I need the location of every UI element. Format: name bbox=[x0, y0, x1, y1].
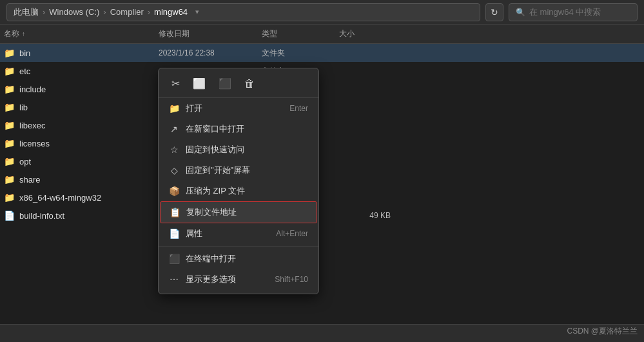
file-name: x86_64-w64-mingw32 bbox=[19, 193, 159, 203]
folder-icon: 📁 bbox=[4, 66, 15, 76]
context-menu-toolbar: ✂⬜⬛🗑 bbox=[159, 72, 318, 98]
file-name: opt bbox=[19, 157, 159, 166]
folder-icon: 📁 bbox=[4, 84, 15, 94]
open-terminal-label: 在终端中打开 bbox=[186, 253, 308, 265]
breadcrumb-mingw64: mingw64 bbox=[154, 7, 188, 17]
more-options-shortcut: Shift+F10 bbox=[275, 275, 308, 284]
copy-path-icon: 📋 bbox=[170, 207, 180, 217]
file-row[interactable]: 📁x86_64-w64-mingw32文件夹 bbox=[0, 188, 644, 206]
more-options-label: 显示更多选项 bbox=[186, 274, 268, 285]
file-size: 49 KB bbox=[339, 211, 391, 220]
ctx-item-compress-zip[interactable]: 📦压缩为 ZIP 文件 bbox=[159, 181, 318, 201]
copy-path-label: 复制文件地址 bbox=[186, 206, 307, 218]
pin-quick-access-icon: ☆ bbox=[169, 145, 179, 155]
properties-shortcut: Alt+Enter bbox=[276, 229, 308, 238]
more-options-icon: ⋯ bbox=[169, 274, 179, 285]
properties-label: 属性 bbox=[186, 228, 269, 239]
pin-start-icon: ◇ bbox=[169, 165, 179, 176]
file-row[interactable]: 📁bin2023/1/16 22:38文件夹 bbox=[0, 44, 644, 62]
open-icon: 📁 bbox=[169, 103, 179, 114]
file-name: lib bbox=[19, 103, 159, 112]
context-menu: ✂⬜⬛🗑 📁打开Enter↗在新窗口中打开☆固定到快速访问◇固定到"开始"屏幕📦… bbox=[158, 68, 319, 294]
file-list: 📁bin2023/1/16 22:38文件夹📁etc文件夹📁include文件夹… bbox=[0, 44, 644, 324]
delete-tool-button[interactable]: 🗑 bbox=[242, 77, 257, 91]
breadcrumb-this-pc[interactable]: 此电脑 bbox=[14, 6, 39, 18]
search-input[interactable] bbox=[529, 7, 620, 17]
folder-icon: 📁 bbox=[4, 120, 15, 130]
folder-icon: 📁 bbox=[4, 174, 15, 185]
properties-icon: 📄 bbox=[169, 228, 179, 239]
file-row[interactable]: 📁opt文件夹 bbox=[0, 152, 644, 170]
compress-zip-label: 压缩为 ZIP 文件 bbox=[186, 185, 308, 197]
breadcrumb[interactable]: 此电脑 › Windows (C:) › Complier › mingw64 … bbox=[6, 3, 480, 21]
breadcrumb-windows-c[interactable]: Windows (C:) bbox=[49, 7, 99, 17]
open-new-window-icon: ↗ bbox=[169, 124, 179, 134]
file-name: licenses bbox=[19, 139, 159, 148]
file-name: bin bbox=[19, 48, 159, 58]
file-row[interactable]: 📄build-info.txt文本文档49 KB bbox=[0, 206, 644, 225]
paste-tool-button[interactable]: ⬛ bbox=[216, 76, 234, 91]
file-date: 2023/1/16 22:38 bbox=[159, 48, 262, 57]
ctx-item-open[interactable]: 📁打开Enter bbox=[159, 98, 318, 119]
refresh-button[interactable]: ↻ bbox=[485, 3, 503, 21]
open-new-window-label: 在新窗口中打开 bbox=[186, 123, 308, 135]
open-label: 打开 bbox=[186, 103, 283, 114]
folder-icon: 📁 bbox=[4, 192, 15, 203]
context-menu-separator bbox=[159, 246, 318, 246]
file-type: 文件夹 bbox=[262, 48, 339, 59]
cut-tool-button[interactable]: ✂ bbox=[169, 76, 182, 91]
ctx-item-open-terminal[interactable]: ⬛在终端中打开 bbox=[159, 248, 318, 269]
col-header-name[interactable]: 名称 ↑ bbox=[4, 28, 159, 39]
col-header-size[interactable]: 大小 bbox=[339, 28, 391, 39]
file-row[interactable]: 📁libexec文件夹 bbox=[0, 116, 644, 134]
compress-zip-icon: 📦 bbox=[169, 186, 179, 196]
folder-icon: 📁 bbox=[4, 48, 15, 58]
file-name: libexec bbox=[19, 121, 159, 130]
ctx-item-pin-start[interactable]: ◇固定到"开始"屏幕 bbox=[159, 160, 318, 181]
title-bar: 此电脑 › Windows (C:) › Complier › mingw64 … bbox=[0, 0, 644, 25]
file-name: etc bbox=[19, 66, 159, 76]
ctx-item-more-options[interactable]: ⋯显示更多选项Shift+F10 bbox=[159, 269, 318, 290]
watermark: CSDN @夏洛特兰兰 bbox=[567, 326, 638, 337]
status-bar: CSDN @夏洛特兰兰 bbox=[0, 324, 644, 342]
file-row[interactable]: 📁share文件夹 bbox=[0, 170, 644, 188]
open-shortcut: Enter bbox=[289, 104, 308, 113]
search-icon: 🔍 bbox=[516, 8, 525, 17]
open-terminal-icon: ⬛ bbox=[169, 254, 179, 264]
folder-icon: 📁 bbox=[4, 102, 15, 112]
file-icon: 📄 bbox=[4, 210, 15, 221]
folder-icon: 📁 bbox=[4, 156, 15, 166]
ctx-item-properties[interactable]: 📄属性Alt+Enter bbox=[159, 223, 318, 244]
file-row[interactable]: 📁licenses文件夹 bbox=[0, 134, 644, 152]
pin-quick-access-label: 固定到快速访问 bbox=[186, 144, 308, 156]
copy-tool-button[interactable]: ⬜ bbox=[190, 76, 208, 91]
breadcrumb-complier[interactable]: Complier bbox=[110, 7, 144, 17]
file-row[interactable]: 📁lib文件夹 bbox=[0, 98, 644, 116]
file-name: include bbox=[19, 85, 159, 94]
search-box: 🔍 bbox=[509, 3, 638, 21]
col-header-type[interactable]: 类型 bbox=[262, 28, 339, 39]
file-name: build-info.txt bbox=[19, 211, 159, 221]
file-row[interactable]: 📁include文件夹 bbox=[0, 80, 644, 98]
ctx-item-open-new-window[interactable]: ↗在新窗口中打开 bbox=[159, 119, 318, 139]
ctx-item-pin-quick-access[interactable]: ☆固定到快速访问 bbox=[159, 139, 318, 160]
file-name: share bbox=[19, 175, 159, 185]
file-row[interactable]: 📁etc文件夹 bbox=[0, 62, 644, 80]
column-headers: 名称 ↑ 修改日期 类型 大小 bbox=[0, 25, 644, 44]
pin-start-label: 固定到"开始"屏幕 bbox=[186, 165, 308, 176]
ctx-item-copy-path[interactable]: 📋复制文件地址 bbox=[160, 201, 317, 223]
col-header-date[interactable]: 修改日期 bbox=[159, 28, 262, 39]
folder-icon: 📁 bbox=[4, 138, 15, 148]
